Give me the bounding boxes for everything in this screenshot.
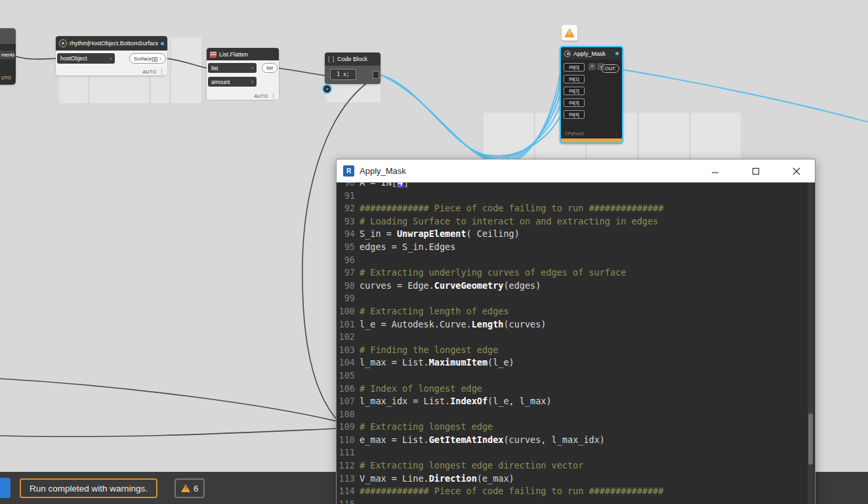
engine-label: CPython3 bbox=[565, 131, 584, 136]
input-port-list[interactable]: list › bbox=[208, 63, 257, 73]
port-label: list bbox=[211, 65, 218, 72]
input-port-in[2][interactable]: IN[2] bbox=[564, 87, 585, 95]
input-port-in[4][interactable]: IN[4] bbox=[564, 110, 585, 119]
input-port-hostobject[interactable]: hostObject › bbox=[57, 53, 115, 64]
wire bbox=[0, 379, 337, 421]
maximize-button[interactable] bbox=[741, 159, 770, 182]
node-header[interactable] bbox=[0, 28, 16, 44]
wire bbox=[166, 58, 208, 68]
code-line: 92############# Piece of code failing to… bbox=[337, 203, 815, 216]
port-label: hostObject bbox=[60, 55, 87, 62]
preview-indicator[interactable] bbox=[161, 42, 164, 45]
python-script-icon: R bbox=[343, 165, 354, 177]
code-line: 101l_e = Autodesk.Curve.Length(curves) bbox=[337, 319, 815, 332]
port-label: amount bbox=[211, 79, 230, 85]
python-icon bbox=[564, 51, 571, 57]
input-port-in[1][interactable]: IN[1] bbox=[564, 75, 585, 83]
notifications-button[interactable] bbox=[0, 478, 10, 498]
node-title: rhythm|HostObject.BottomSurface bbox=[70, 40, 158, 47]
close-button[interactable] bbox=[781, 159, 811, 182]
code-line: 91 bbox=[337, 190, 815, 203]
node-header[interactable]: List.Flatten bbox=[207, 48, 279, 60]
code-line: 90A = IN[4] bbox=[337, 182, 815, 190]
node-menu-icon[interactable]: ⋮ bbox=[159, 68, 165, 75]
output-port-surface[interactable]: Surface[][] › bbox=[129, 53, 166, 64]
code-line: 107l_max_idx = List.IndexOf(l_e, l_max) bbox=[337, 396, 815, 409]
scrollbar[interactable] bbox=[808, 182, 814, 504]
python-script-editor-window: R Apply_Mask 90A = IN[4]9192############… bbox=[336, 159, 816, 504]
code-line: 94S_in = UnwrapElement( Ceiling) bbox=[337, 228, 815, 242]
node-list-flatten[interactable]: List.Flatten list › amount › list AUTO ⋮ bbox=[207, 48, 279, 100]
run-status-text: Run completed with warnings. bbox=[30, 484, 148, 494]
node-menu-icon[interactable]: ⋮ bbox=[613, 131, 619, 136]
code-line: 113V_max = Line.Direction(e_max) bbox=[337, 473, 815, 486]
wire-active bbox=[381, 75, 561, 159]
code-line: 111 bbox=[337, 447, 815, 460]
input-port-in[0][interactable]: IN[0] bbox=[564, 63, 585, 72]
input-port-amount[interactable]: amount › bbox=[208, 77, 257, 87]
minimize-button[interactable] bbox=[700, 159, 730, 182]
node-menu-icon[interactable]: ⋮ bbox=[13, 75, 19, 82]
code-line: 115 bbox=[337, 499, 815, 504]
port-label: list bbox=[266, 65, 273, 71]
node-footer: AUTO ⋮ bbox=[142, 68, 165, 75]
output-port-list[interactable]: list bbox=[262, 63, 278, 73]
node-menu-icon[interactable]: ⋮ bbox=[270, 93, 276, 99]
code-line: 104l_max = List.MaximumItem(l_e) bbox=[337, 357, 815, 370]
code-line: 114############# Piece of code failing t… bbox=[337, 486, 815, 499]
port-arrow-icon: › bbox=[251, 65, 253, 71]
list-flatten-icon bbox=[210, 51, 217, 58]
node-header[interactable]: Apply_Mask bbox=[561, 47, 622, 60]
code-line: 108 bbox=[337, 409, 815, 422]
code-line: 103# Finding the longest edge bbox=[337, 345, 815, 358]
output-port-out[interactable]: OUT bbox=[601, 64, 619, 73]
preview-indicator[interactable] bbox=[615, 52, 619, 55]
code-line: 95edges = S_in.Edges bbox=[337, 242, 815, 255]
code-line: 112# Extracting longest edge direction v… bbox=[337, 460, 815, 473]
node-title: Apply_Mask bbox=[573, 51, 606, 57]
editor-titlebar[interactable]: R Apply_Mask bbox=[337, 159, 815, 182]
node-footer: AUTO ⋮ bbox=[254, 93, 276, 99]
node-header[interactable]: rhythm|HostObject.BottomSurface bbox=[56, 36, 167, 51]
code-line: 96 bbox=[337, 255, 815, 268]
node-footer: UTO ⋮ bbox=[1, 75, 19, 82]
code-line: 99 bbox=[337, 293, 815, 306]
editor-title: Apply_Mask bbox=[360, 166, 406, 176]
output-port[interactable]: ments bbox=[0, 51, 14, 59]
output-port[interactable] bbox=[373, 71, 379, 79]
add-input-button[interactable]: + bbox=[589, 63, 596, 70]
port-arrow-icon: › bbox=[159, 56, 161, 62]
code-line: 106# Index of longest edge bbox=[337, 383, 815, 396]
code-line: 100# Extracting length of edges bbox=[337, 306, 815, 319]
lacing-label[interactable]: AUTO bbox=[254, 93, 268, 99]
python-icon bbox=[59, 39, 67, 47]
code-lines: 90A = IN[4]9192############# Piece of co… bbox=[337, 182, 815, 504]
code-block-expression[interactable]: 1 x; bbox=[330, 69, 356, 80]
wire bbox=[16, 56, 57, 59]
code-line: 98curves = Edge.CurveGeometry(edges) bbox=[337, 280, 815, 293]
wire bbox=[0, 429, 337, 436]
code-editor[interactable]: 90A = IN[4]9192############# Piece of co… bbox=[337, 182, 815, 504]
node-hostobject-bottomsurface[interactable]: rhythm|HostObject.BottomSurface hostObje… bbox=[56, 36, 167, 75]
scrollbar-thumb[interactable] bbox=[808, 413, 813, 465]
code-line: 93# Loading Surface to interact on and e… bbox=[337, 216, 815, 229]
node-partial-left[interactable]: ments UTO ⋮ bbox=[0, 28, 16, 85]
node-title: Code Block bbox=[337, 56, 367, 62]
code-line: 97# Extracting underlying curves of edge… bbox=[337, 267, 815, 280]
lacing-label[interactable]: AUTO bbox=[142, 69, 156, 75]
warnings-badge[interactable]: 6 bbox=[175, 478, 205, 498]
node-header[interactable]: [ ] Code Block bbox=[325, 52, 381, 66]
run-status-message[interactable]: Run completed with warnings. bbox=[20, 478, 157, 498]
warning-state-bar bbox=[561, 138, 622, 142]
input-port-in[3][interactable]: IN[3] bbox=[564, 98, 585, 107]
port-arrow-icon: › bbox=[110, 56, 112, 62]
node-code-block[interactable]: [ ] Code Block 1 x; bbox=[325, 52, 381, 84]
warning-count: 6 bbox=[194, 484, 198, 494]
node-apply-mask[interactable]: Apply_Mask IN[0]IN[1]IN[2]IN[3]IN[4] + -… bbox=[560, 46, 623, 144]
warning-triangle-icon bbox=[181, 484, 190, 492]
lacing-label: UTO bbox=[1, 75, 11, 82]
code-line: 109# Extracting longest edge bbox=[337, 421, 815, 434]
wire bbox=[279, 68, 325, 75]
node-warning-icon[interactable] bbox=[562, 25, 577, 41]
connected-port-icon[interactable] bbox=[322, 84, 332, 94]
